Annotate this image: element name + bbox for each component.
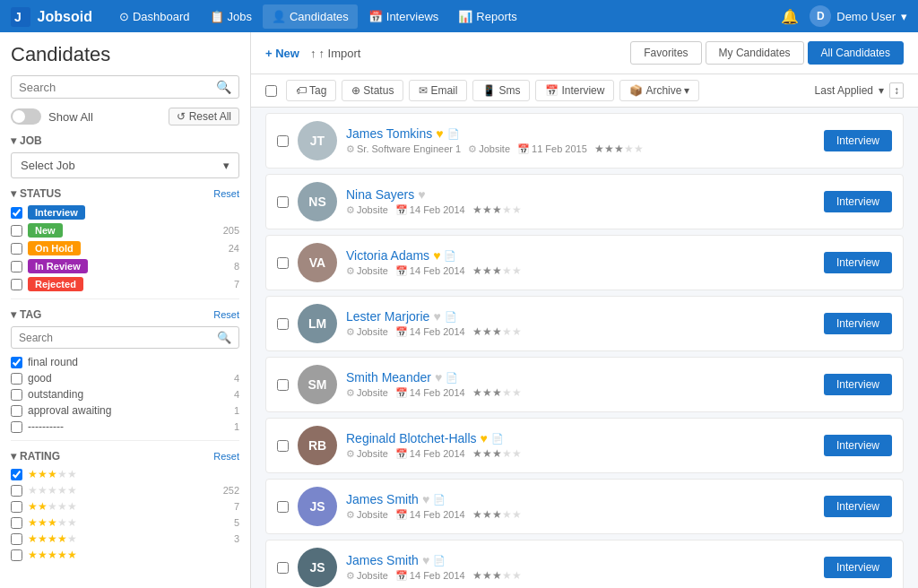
interview-button[interactable]: Interview: [824, 252, 892, 273]
tag-item-outstanding: outstanding 4: [11, 388, 239, 401]
nav-jobs[interactable]: 📋 Jobs: [201, 4, 261, 29]
tag-checkbox-final-round[interactable]: [11, 357, 22, 368]
row-checkbox[interactable]: [277, 379, 289, 391]
calendar-icon: 📅: [395, 326, 408, 338]
row-checkbox[interactable]: [277, 196, 289, 208]
row-checkbox[interactable]: [277, 440, 289, 452]
candidates-icon: 👤: [272, 10, 286, 23]
sort-direction-icon[interactable]: ↕: [889, 82, 904, 99]
table-row: SM Smith Meander ♥ 📄 ⚙ Jobsite 📅 14 Feb …: [265, 357, 904, 412]
candidate-meta: ⚙ Sr. Software Engineer 1 ⚙ Jobsite 📅 11…: [346, 143, 815, 155]
tag-search-input[interactable]: [19, 332, 217, 344]
tag-reset-button[interactable]: Reset: [213, 309, 239, 320]
nav-candidates[interactable]: 👤 Candidates: [263, 4, 358, 29]
interview-button[interactable]: Interview: [824, 191, 892, 212]
status-reset-button[interactable]: Reset: [213, 188, 239, 199]
candidate-name[interactable]: Reginald Blotchet-Halls ♥ 📄: [346, 431, 815, 445]
row-checkbox[interactable]: [277, 562, 289, 574]
sort-chevron-icon[interactable]: ▾: [879, 84, 884, 97]
nav-dashboard[interactable]: ⊙ Dashboard: [110, 4, 199, 29]
candidate-name[interactable]: Nina Sayers ♥: [346, 187, 815, 202]
interview-button[interactable]: Interview: [824, 313, 892, 334]
row-checkbox[interactable]: [277, 501, 289, 513]
rating-checkbox-4[interactable]: [11, 533, 22, 545]
heart-icon[interactable]: ♥: [422, 492, 429, 506]
interview-button[interactable]: Interview: [824, 435, 892, 456]
sms-action-button[interactable]: 📱 Sms: [472, 80, 530, 101]
candidate-name[interactable]: Smith Meander ♥ 📄: [346, 370, 815, 385]
interview-button[interactable]: Interview: [824, 496, 892, 517]
heart-icon[interactable]: ♥: [481, 431, 488, 445]
status-item-interview: Interview: [11, 205, 239, 220]
interview-button[interactable]: Interview: [824, 130, 892, 151]
tab-favorites[interactable]: Favorites: [630, 41, 701, 65]
status-checkbox-new[interactable]: [11, 225, 22, 237]
tag-checkbox-good[interactable]: [11, 373, 22, 385]
source-label: ⚙ Jobsite: [346, 448, 388, 460]
status-action-button[interactable]: ⊕ Status: [342, 80, 403, 101]
status-checkbox-inreview[interactable]: [11, 261, 22, 272]
nav-interviews[interactable]: 📅 Interviews: [359, 4, 448, 29]
tab-my-candidates[interactable]: My Candidates: [706, 41, 804, 65]
tag-checkbox-misc[interactable]: [11, 421, 22, 433]
heart-icon[interactable]: ♥: [436, 126, 443, 141]
row-checkbox[interactable]: [277, 257, 289, 269]
status-checkbox-onhold[interactable]: [11, 243, 22, 255]
rating-checkbox-2[interactable]: [11, 501, 22, 513]
candidate-name[interactable]: Lester Marjorie ♥ 📄: [346, 309, 815, 324]
candidate-name[interactable]: James Smith ♥ 📄: [346, 553, 815, 567]
candidate-search-box: 🔍: [11, 75, 239, 99]
heart-icon[interactable]: ♥: [422, 553, 429, 567]
interview-button[interactable]: Interview: [824, 557, 892, 578]
heart-icon[interactable]: ♥: [435, 370, 442, 385]
top-nav: J Jobsoid ⊙ Dashboard 📋 Jobs 👤 Candidate…: [0, 0, 918, 32]
logo[interactable]: J Jobsoid: [11, 5, 92, 27]
candidate-action: Interview: [824, 374, 892, 395]
candidate-info: Nina Sayers ♥ ⚙ Jobsite 📅 14 Feb 2014 ★★…: [346, 187, 815, 216]
source-icon: ⚙: [346, 570, 355, 582]
tag-checkbox-approval-awaiting[interactable]: [11, 405, 22, 417]
tag-label-approval-awaiting: approval awaiting: [28, 404, 111, 417]
heart-icon[interactable]: ♥: [433, 248, 440, 263]
new-button[interactable]: + New: [265, 47, 299, 60]
rating-checkbox-5[interactable]: [11, 549, 22, 561]
row-checkbox[interactable]: [277, 135, 289, 147]
rating-reset-button[interactable]: Reset: [213, 451, 239, 462]
status-count-inreview: 8: [234, 261, 239, 272]
interview-action-button[interactable]: 📅 Interview: [535, 80, 614, 101]
email-action-button[interactable]: ✉ Email: [409, 80, 467, 101]
heart-icon[interactable]: ♥: [433, 309, 440, 324]
rating-count-2: 7: [234, 501, 239, 512]
rating-count-4: 3: [234, 533, 239, 544]
tag-checkbox-outstanding[interactable]: [11, 389, 22, 401]
rating-checkbox-3b[interactable]: [11, 517, 22, 529]
rating-checkbox-3[interactable]: [11, 469, 22, 480]
candidate-info: Lester Marjorie ♥ 📄 ⚙ Jobsite 📅 14 Feb 2…: [346, 309, 815, 338]
rating-checkbox-1[interactable]: [11, 485, 22, 497]
candidate-meta: ⚙ Jobsite 📅 14 Feb 2014 ★★★★★: [346, 386, 815, 399]
status-checkbox-interview[interactable]: [11, 207, 22, 219]
candidate-name[interactable]: James Smith ♥ 📄: [346, 492, 815, 506]
search-input[interactable]: [19, 81, 216, 94]
candidate-name[interactable]: James Tomkins ♥ 📄: [346, 126, 815, 141]
candidate-name[interactable]: Victoria Adams ♥ 📄: [346, 248, 815, 263]
show-all-toggle[interactable]: [11, 108, 41, 125]
user-menu[interactable]: D Demo User ▾: [810, 5, 907, 27]
heart-icon[interactable]: ♥: [418, 187, 425, 202]
select-job-dropdown[interactable]: Select Job ▾: [11, 152, 239, 178]
status-checkbox-rejected[interactable]: [11, 279, 22, 290]
reset-all-button[interactable]: ↺ Reset All: [169, 108, 239, 125]
archive-action-button[interactable]: 📦 Archive ▾: [619, 80, 699, 101]
date-label: 📅 11 Feb 2015: [517, 143, 587, 155]
interview-button[interactable]: Interview: [824, 374, 892, 395]
tab-all-candidates[interactable]: All Candidates: [808, 41, 904, 65]
candidate-info: James Tomkins ♥ 📄 ⚙ Sr. Software Enginee…: [346, 126, 815, 155]
candidate-action: Interview: [824, 313, 892, 334]
tag-action-button[interactable]: 🏷 Tag: [286, 80, 336, 101]
import-button[interactable]: ↑ ↑ Import: [310, 47, 360, 60]
star-rating: ★★★★★: [594, 143, 644, 155]
select-all-checkbox[interactable]: [265, 85, 277, 97]
nav-reports[interactable]: 📊 Reports: [449, 4, 526, 29]
row-checkbox[interactable]: [277, 318, 289, 330]
bell-icon[interactable]: 🔔: [781, 8, 799, 25]
